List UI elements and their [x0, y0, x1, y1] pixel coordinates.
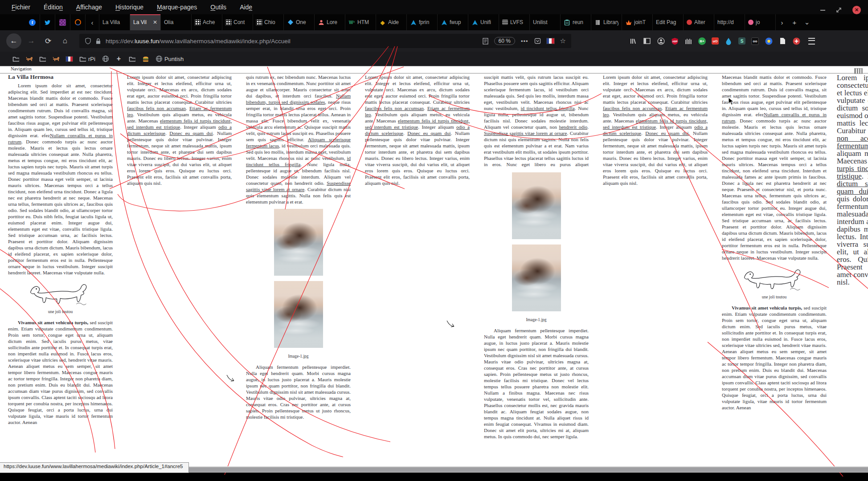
- article-link[interactable]: faucibus felis non accumsan: [127, 106, 186, 111]
- bplus-icon[interactable]: B+: [698, 37, 706, 45]
- pocket-icon[interactable]: [534, 38, 541, 44]
- tab-unilist[interactable]: Unilist: [530, 14, 561, 30]
- abp-icon[interactable]: ABP: [671, 37, 679, 45]
- wiki-navigation-link[interactable]: Navigation: [0, 66, 868, 73]
- tab-httpd[interactable]: http://d: [714, 14, 745, 30]
- tab-reun[interactable]: reun: [561, 14, 591, 30]
- pipes-icon[interactable]: [684, 37, 692, 45]
- minimize-button[interactable]: [820, 10, 825, 11]
- article-column-6: Lorem ipsum dolor sit amet, consectetur …: [603, 74, 708, 465]
- home-button[interactable]: ⌂: [58, 34, 72, 48]
- pinned-tab-twitter[interactable]: [40, 14, 55, 30]
- forward-button[interactable]: →: [24, 34, 38, 48]
- bookmark-flag-fr[interactable]: [66, 56, 73, 62]
- bookmark-folder[interactable]: [129, 56, 135, 62]
- tab-olia[interactable]: Olia: [161, 14, 192, 30]
- sidebar-icon[interactable]: [643, 37, 651, 45]
- reader-view-icon[interactable]: [483, 38, 488, 45]
- singlefile-icon[interactable]: [765, 37, 773, 45]
- menu-fichier[interactable]: Fichier: [12, 4, 30, 11]
- menu-dition[interactable]: Édition: [44, 4, 63, 11]
- page-corner-icon[interactable]: [854, 68, 863, 74]
- bookmark-rpi[interactable]: rPi: [79, 56, 95, 62]
- menu-historique[interactable]: Historique: [115, 4, 143, 11]
- tab-library[interactable]: Library: [591, 14, 622, 30]
- scrollbar-thumb[interactable]: [147, 467, 868, 472]
- article-link[interactable]: hendrerit odio: [559, 124, 587, 130]
- stylus-icon[interactable]: S: [738, 37, 745, 45]
- pinned-tab-purple-grid[interactable]: [55, 14, 70, 30]
- tab-lavilla[interactable]: La Villa: [99, 14, 130, 30]
- tab-scroll-left[interactable]: ‹: [86, 14, 99, 30]
- tracking-shield-icon[interactable]: [85, 37, 91, 45]
- tab-scroll-right[interactable]: ›: [776, 14, 788, 30]
- ublock-icon[interactable]: uO: [712, 37, 719, 45]
- bookmark-plus[interactable]: +: [115, 56, 122, 62]
- reload-button[interactable]: ⟳: [41, 34, 55, 48]
- tab-aide[interactable]: ◆Aide: [376, 14, 407, 30]
- tab-chio[interactable]: Chio: [253, 14, 284, 30]
- library-icon[interactable]: [629, 37, 637, 45]
- flag-fr-icon[interactable]: [547, 38, 554, 44]
- new-tab-button[interactable]: +: [788, 14, 801, 30]
- menu-aide[interactable]: Aide: [240, 4, 252, 11]
- bookmark-burger[interactable]: [142, 56, 149, 62]
- page-icon[interactable]: [778, 37, 786, 45]
- tab-one[interactable]: One: [284, 14, 315, 30]
- tab-cont[interactable]: Cont: [222, 14, 253, 30]
- pinned-tab-orange-ring[interactable]: [70, 14, 86, 30]
- bookmark-folder[interactable]: [12, 56, 19, 62]
- menu-affichage[interactable]: Affichage: [76, 4, 102, 11]
- tab-lvfs[interactable]: LVFS: [499, 14, 530, 30]
- article-link[interactable]: faucibus felis non accumsan: [365, 106, 424, 111]
- bookmark-globe[interactable]: [102, 56, 109, 62]
- badge-icon[interactable]: [792, 37, 800, 45]
- article-link[interactable]: Suspendisse sagittis vitae lorem at orna…: [484, 130, 567, 136]
- dog-line-drawing[interactable]: [737, 265, 812, 293]
- bookmark-star-icon[interactable]: ☆: [560, 37, 566, 45]
- tab-label: joinT: [634, 19, 649, 25]
- seaside-photo[interactable]: [512, 245, 561, 311]
- seaside-photo[interactable]: [274, 209, 323, 276]
- url-bar[interactable]: https://dev.luuse.fun/www.lavillahermosa…: [79, 34, 571, 48]
- tab-lore[interactable]: Lore: [315, 14, 345, 30]
- tab-close-icon[interactable]: ✕: [153, 19, 157, 25]
- pinned-tab-facebook[interactable]: f: [25, 14, 40, 30]
- tab-joint[interactable]: joinT: [622, 14, 653, 30]
- close-button[interactable]: ✕: [852, 6, 861, 14]
- maximize-button[interactable]: [836, 7, 842, 13]
- tab-fprin[interactable]: fprin: [407, 14, 438, 30]
- seaside-photo[interactable]: [512, 172, 561, 239]
- article-link[interactable]: Donec eu quam dui: [407, 130, 450, 136]
- tab-lavil[interactable]: La Vil✕: [130, 14, 161, 30]
- bookmark-dog[interactable]: [53, 56, 59, 62]
- bookmark-dog[interactable]: [26, 56, 33, 62]
- tab-jo[interactable]: jo: [745, 14, 776, 30]
- list-all-tabs-icon[interactable]: ⌄: [801, 14, 813, 30]
- text-segment: Maecenas blandit mattis dolor et commodo…: [722, 74, 827, 117]
- menu-marquepages[interactable]: Marque-pages: [157, 4, 197, 11]
- article-link[interactable]: Donec eu quam dui: [645, 130, 688, 136]
- tab-htm[interactable]: W³HTM: [345, 14, 376, 30]
- tab-alter[interactable]: Alter: [684, 14, 714, 30]
- drop-icon[interactable]: [725, 37, 733, 45]
- back-button[interactable]: ←: [6, 33, 21, 49]
- tab-ache[interactable]: Ache: [192, 14, 222, 30]
- page-actions-icon[interactable]: •••: [521, 38, 528, 45]
- hamburger-menu-icon[interactable]: [807, 37, 815, 45]
- menu-outils[interactable]: Outils: [210, 4, 226, 11]
- seaside-photo[interactable]: [274, 281, 323, 348]
- zoom-level-button[interactable]: 60 %: [494, 37, 515, 45]
- article-link[interactable]: faucibus felis non accumsan: [603, 106, 662, 111]
- imagus-icon[interactable]: oo: [751, 37, 759, 45]
- tab-fwup[interactable]: fwup: [438, 14, 468, 30]
- dog-line-drawing[interactable]: [23, 280, 98, 308]
- bookmark-puntish[interactable]: Puntish: [156, 56, 184, 62]
- account-icon[interactable]: [657, 37, 665, 45]
- article-link[interactable]: Donec eu quam dui: [169, 130, 213, 136]
- extensions-toolbar: ABPB+uOSoo: [629, 37, 800, 45]
- tab-editpag[interactable]: Edit Pag: [653, 14, 684, 30]
- article-link[interactable]: id tincidunt tellus fringilla: [521, 106, 575, 111]
- bookmark-folder[interactable]: [39, 56, 46, 62]
- tab-unifi[interactable]: Unifi: [468, 14, 499, 30]
